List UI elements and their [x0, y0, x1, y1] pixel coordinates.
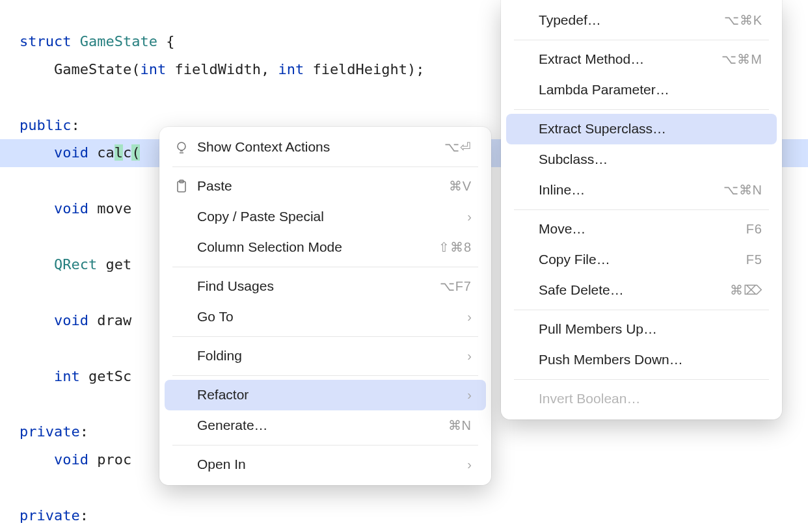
- menu-item-label: Move…: [539, 216, 746, 243]
- menu-item-label: Lambda Parameter…: [539, 77, 762, 103]
- chevron-right-icon: ›: [467, 452, 472, 477]
- menu-item-label: Find Usages: [197, 273, 440, 300]
- menu-item-label: Safe Delete…: [539, 277, 730, 304]
- bulb-icon: [174, 140, 189, 155]
- code-line: [20, 479, 28, 496]
- menu-item-open-in[interactable]: Open In ›: [159, 449, 491, 480]
- menu-item-label: Extract Superclass…: [539, 116, 762, 142]
- menu-item-push-members-down[interactable]: Push Members Down…: [501, 345, 782, 375]
- menu-item-go-to[interactable]: Go To ›: [159, 302, 491, 332]
- code-line: QRect get: [20, 256, 131, 273]
- shortcut: ⌘N: [448, 413, 472, 438]
- menu-item-copy-paste-special[interactable]: Copy / Paste Special ›: [159, 202, 491, 232]
- menu-item-label: Go To: [197, 304, 467, 330]
- separator: [172, 336, 478, 337]
- menu-item-label: Paste: [197, 173, 449, 200]
- menu-item-refactor[interactable]: Refactor ›: [165, 380, 486, 410]
- menu-item-label: Invert Boolean…: [539, 386, 762, 412]
- chevron-right-icon: ›: [467, 204, 472, 230]
- separator: [514, 310, 769, 310]
- code-line: GameState(int fieldWidth, int fieldHeigh…: [20, 61, 425, 77]
- menu-item-safe-delete[interactable]: Safe Delete… ⌘⌦: [501, 275, 782, 306]
- code-line: void proc: [20, 451, 131, 468]
- menu-item-paste[interactable]: Paste ⌘V: [159, 171, 491, 202]
- shortcut: ⌥⌘M: [721, 47, 762, 72]
- menu-item-subclass[interactable]: Subclass…: [501, 144, 782, 175]
- shortcut: ⌘V: [449, 174, 472, 199]
- menu-item-typedef[interactable]: Typedef… ⌥⌘K: [501, 5, 782, 36]
- menu-item-label: Copy / Paste Special: [197, 204, 467, 230]
- menu-item-invert-boolean: Invert Boolean…: [501, 384, 782, 414]
- code-line: struct GameState {: [20, 33, 174, 49]
- menu-item-copy-file[interactable]: Copy File… F5: [501, 245, 782, 275]
- separator: [172, 267, 478, 267]
- chevron-right-icon: ›: [467, 304, 472, 330]
- separator: [172, 166, 478, 167]
- chevron-right-icon: ›: [467, 382, 472, 408]
- code-line: [20, 340, 28, 356]
- menu-item-extract-method[interactable]: Extract Method… ⌥⌘M: [501, 44, 782, 75]
- menu-item-label: Generate…: [197, 412, 448, 439]
- shortcut: ⌘⌦: [730, 278, 762, 303]
- menu-item-label: Inline…: [539, 177, 723, 204]
- menu-item-label: Open In: [197, 451, 467, 478]
- code-line: int getSc: [20, 368, 131, 384]
- separator: [514, 40, 769, 40]
- code-line: [20, 228, 28, 245]
- shortcut: F6: [746, 217, 762, 242]
- menu-item-label: Extract Method…: [539, 46, 721, 73]
- menu-item-label: Typedef…: [539, 7, 724, 34]
- chevron-right-icon: ›: [467, 343, 472, 369]
- separator: [514, 379, 769, 380]
- code-line: public:: [20, 117, 80, 133]
- code-line: [20, 395, 28, 412]
- menu-item-extract-superclass[interactable]: Extract Superclass…: [506, 114, 777, 144]
- menu-item-inline[interactable]: Inline… ⌥⌘N: [501, 175, 782, 206]
- menu-item-folding[interactable]: Folding ›: [159, 341, 491, 371]
- menu-item-generate[interactable]: Generate… ⌘N: [159, 410, 491, 441]
- separator: [172, 445, 478, 446]
- code-line: void move: [20, 200, 131, 217]
- menu-item-label: Column Selection Mode: [197, 234, 438, 261]
- separator: [514, 209, 769, 210]
- code-line: private:: [20, 507, 88, 524]
- menu-item-column-selection[interactable]: Column Selection Mode ⇧⌘8: [159, 232, 491, 263]
- shortcut: ⌥⏎: [444, 135, 472, 160]
- menu-item-find-usages[interactable]: Find Usages ⌥F7: [159, 271, 491, 302]
- menu-item-label: Copy File…: [539, 246, 746, 273]
- context-menu: Show Context Actions ⌥⏎ Paste ⌘V Copy / …: [159, 127, 491, 485]
- menu-item-label: Refactor: [197, 382, 467, 408]
- svg-point-0: [178, 142, 185, 150]
- refactor-submenu: Typedef… ⌥⌘K Extract Method… ⌥⌘M Lambda …: [501, 0, 782, 419]
- menu-item-lambda-parameter[interactable]: Lambda Parameter…: [501, 75, 782, 105]
- menu-item-label: Subclass…: [539, 146, 762, 173]
- shortcut: F5: [746, 247, 762, 273]
- menu-item-show-context-actions[interactable]: Show Context Actions ⌥⏎: [159, 132, 491, 163]
- shortcut: ⌥⌘K: [724, 8, 762, 33]
- code-line: [20, 89, 28, 105]
- code-line: void draw: [20, 312, 131, 328]
- menu-item-pull-members-up[interactable]: Pull Members Up…: [501, 314, 782, 345]
- menu-item-label: Folding: [197, 343, 467, 369]
- shortcut: ⌥F7: [440, 274, 472, 299]
- shortcut: ⌥⌘N: [723, 178, 762, 203]
- clipboard-icon: [174, 179, 189, 194]
- separator: [514, 109, 769, 110]
- code-line: [20, 284, 28, 300]
- menu-item-label: Pull Members Up…: [539, 316, 762, 343]
- code-line: private:: [20, 423, 88, 440]
- menu-item-label: Show Context Actions: [197, 134, 444, 161]
- separator: [172, 375, 478, 376]
- shortcut: ⇧⌘8: [438, 235, 472, 260]
- menu-item-move[interactable]: Move… F6: [501, 214, 782, 245]
- menu-item-label: Push Members Down…: [539, 347, 762, 373]
